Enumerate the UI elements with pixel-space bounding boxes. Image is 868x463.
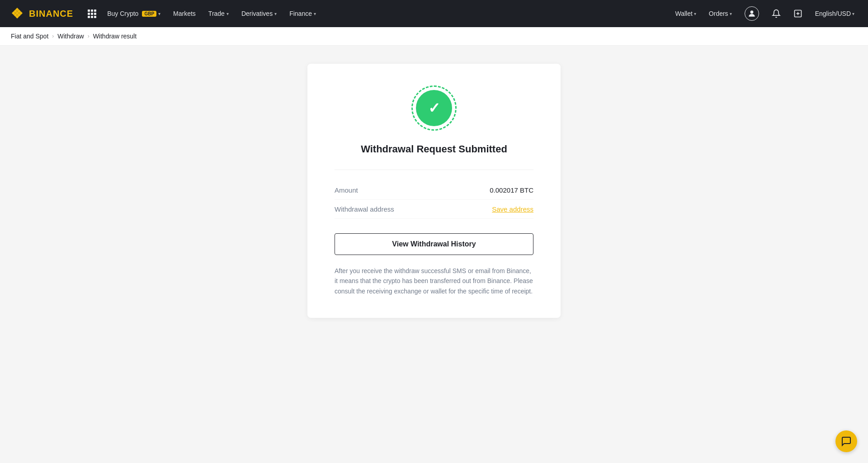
detail-row-address: Withdrawal address Save address	[335, 200, 533, 219]
chevron-down-icon: ▾	[314, 11, 316, 16]
chevron-down-icon: ▾	[158, 11, 160, 16]
logo-text: BINANCE	[29, 9, 73, 19]
notifications-bell-icon[interactable]	[767, 6, 785, 21]
chevron-down-icon: ▾	[694, 11, 696, 16]
info-text: After you receive the withdraw successfu…	[335, 266, 533, 296]
chevron-down-icon: ▾	[226, 11, 229, 16]
result-card: ✓ Withdrawal Request Submitted Amount 0.…	[307, 64, 561, 318]
detail-row-amount: Amount 0.002017 BTC	[335, 181, 533, 200]
view-withdrawal-history-button[interactable]: View Withdrawal History	[335, 233, 533, 255]
withdrawal-address-label: Withdrawal address	[335, 205, 394, 213]
breadcrumb: Fiat and Spot › Withdraw › Withdraw resu…	[0, 27, 868, 46]
check-icon: ✓	[428, 101, 440, 115]
nav-wallet[interactable]: Wallet ▾	[670, 7, 700, 20]
nav-orders[interactable]: Orders ▾	[704, 7, 736, 20]
user-avatar[interactable]	[740, 4, 764, 24]
amount-value: 0.002017 BTC	[490, 186, 533, 194]
chevron-down-icon: ▾	[730, 11, 732, 16]
chat-icon	[841, 436, 852, 447]
grid-icon[interactable]	[82, 7, 102, 21]
amount-label: Amount	[335, 186, 358, 194]
nav-trade[interactable]: Trade ▾	[203, 7, 234, 20]
main-content: ✓ Withdrawal Request Submitted Amount 0.…	[0, 46, 868, 463]
success-solid-circle: ✓	[416, 90, 452, 126]
breadcrumb-fiat-and-spot[interactable]: Fiat and Spot	[11, 33, 48, 40]
logo[interactable]: BINANCE	[9, 5, 73, 22]
success-icon-wrapper: ✓	[411, 85, 457, 131]
breadcrumb-withdraw[interactable]: Withdraw	[57, 33, 84, 40]
download-icon[interactable]	[789, 6, 807, 21]
chat-button[interactable]	[835, 430, 857, 452]
chevron-down-icon: ▾	[852, 11, 854, 16]
breadcrumb-sep-2: ›	[88, 33, 90, 39]
details-section: Amount 0.002017 BTC Withdrawal address S…	[335, 170, 533, 219]
nav-markets[interactable]: Markets	[168, 7, 201, 20]
result-title: Withdrawal Request Submitted	[361, 143, 507, 155]
breadcrumb-current: Withdraw result	[93, 33, 137, 40]
navbar: BINANCE Buy Crypto GBP ▾ Markets Trade ▾…	[0, 0, 868, 27]
nav-finance[interactable]: Finance ▾	[284, 7, 321, 20]
breadcrumb-sep-1: ›	[52, 33, 54, 39]
avatar-circle	[745, 6, 759, 21]
svg-point-10	[750, 10, 753, 14]
nav-buy-crypto[interactable]: Buy Crypto GBP ▾	[102, 7, 166, 20]
nav-derivatives[interactable]: Derivatives ▾	[236, 7, 282, 20]
nav-language[interactable]: English/USD ▾	[811, 7, 859, 20]
save-address-link[interactable]: Save address	[492, 205, 533, 213]
chevron-down-icon: ▾	[274, 11, 277, 16]
